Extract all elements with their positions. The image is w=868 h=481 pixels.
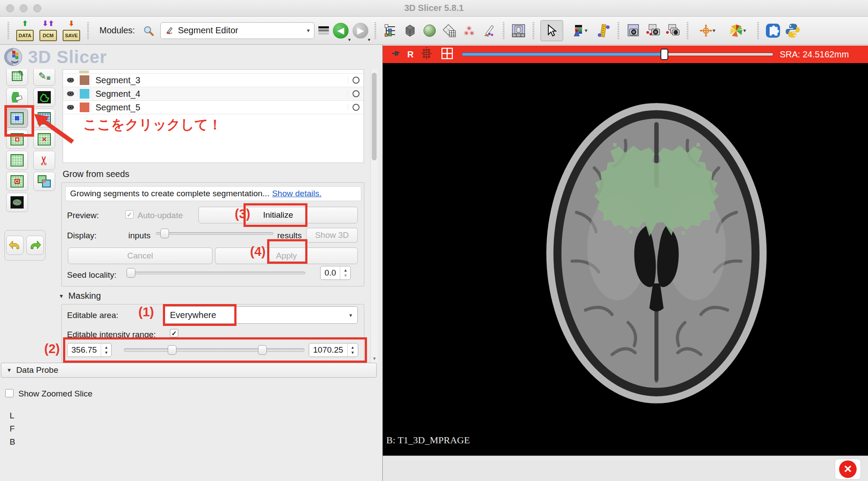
subject-hierarchy-icon[interactable] [382, 23, 398, 39]
segment-color-swatch[interactable] [80, 75, 89, 85]
masking-section-header[interactable]: ▼ Masking [59, 291, 101, 301]
masking-expander-icon[interactable]: ▼ [59, 293, 64, 299]
seed-locality-spinbox[interactable]: 0.0 ▲▼ [320, 266, 351, 280]
scene-view-icon[interactable] [645, 23, 661, 39]
logical-operators-effect-button[interactable] [33, 172, 55, 191]
window-level-icon [572, 24, 585, 37]
segment-status-icon[interactable] [353, 77, 360, 84]
toolbar-grip[interactable] [503, 22, 505, 39]
data-probe-header[interactable]: ▼ Data Probe [1, 363, 377, 378]
quad-view-icon[interactable] [441, 48, 453, 61]
slicer-logo-icon [4, 47, 23, 67]
table-row[interactable]: Segment_3 [63, 74, 363, 87]
segment-status-icon[interactable] [353, 90, 360, 97]
toolbar-grip[interactable] [687, 22, 688, 39]
toolbar-grip[interactable] [7, 22, 9, 39]
ruler-icon[interactable] [596, 23, 611, 39]
pushpin-icon[interactable] [391, 49, 400, 60]
slice-visibility-icon[interactable] [421, 47, 432, 61]
extensions-manager-icon[interactable] [765, 23, 781, 39]
show-3d-button[interactable]: Show 3D [306, 228, 358, 243]
transforms-icon[interactable] [441, 23, 457, 39]
volume-rendering-icon[interactable] [402, 23, 418, 39]
table-row[interactable]: Segment_4 [63, 87, 363, 101]
segment-name[interactable]: Segment_3 [91, 75, 348, 85]
seed-locality-slider[interactable] [127, 268, 305, 278]
mask-volume-effect-button[interactable] [6, 193, 28, 212]
slice-intersections-button[interactable]: ▾ [724, 23, 751, 39]
scene-capture-icon[interactable] [665, 23, 681, 39]
segment-name[interactable]: Segment_4 [91, 89, 348, 99]
crosshair-button[interactable]: ▾ [695, 23, 720, 39]
segment-color-swatch[interactable] [80, 103, 89, 112]
segment-name[interactable]: Segment_5 [91, 103, 348, 113]
screenshot-icon[interactable] [625, 23, 641, 39]
scrollbar-down-arrow[interactable]: ▼ [371, 355, 378, 362]
toolbar-grip[interactable] [617, 22, 619, 39]
save-icon: SAVE [63, 30, 80, 41]
level-tracing-effect-button[interactable] [33, 88, 55, 107]
window-level-button[interactable]: ▾ [567, 23, 592, 39]
inputs-label: inputs [128, 231, 151, 240]
redo-button[interactable] [26, 236, 44, 255]
seed-locality-value[interactable]: 0.0 [321, 266, 340, 279]
slicer-window: 3D Slicer 5.8.1 ⬆ DATA ⬇⬆ DCM ⬇ SAVE Mod… [0, 0, 868, 481]
islands-effect-button[interactable] [6, 172, 28, 191]
logical-operators-effect-icon [37, 175, 51, 188]
visibility-eye-icon[interactable] [63, 104, 78, 110]
save-button[interactable]: ⬇ SAVE [62, 20, 81, 41]
python-console-icon[interactable] [785, 23, 801, 39]
visibility-eye-icon[interactable] [63, 77, 78, 83]
scissors-effect-button[interactable]: ✂ [33, 151, 55, 170]
module-selector-combobox[interactable]: Segment Editor ▾ [160, 22, 314, 39]
toolbar-grip[interactable] [757, 22, 759, 39]
data-probe-title: Data Probe [16, 365, 58, 375]
module-search-icon[interactable] [141, 23, 156, 39]
mouse-interaction-button[interactable] [540, 20, 563, 41]
layout-selector-icon[interactable] [511, 23, 526, 39]
draw-effect-button[interactable]: ✎▦ [33, 69, 55, 86]
window-title: 3D Slicer 5.8.1 [0, 3, 868, 13]
load-data-button[interactable]: ⬆ DATA [15, 20, 35, 41]
mri-axial-slice [540, 97, 773, 408]
panel-scrollbar[interactable]: ▼ [370, 69, 378, 363]
spin-up-icon[interactable]: ▲ [343, 268, 347, 272]
chevron-down-icon: ▾ [743, 27, 746, 34]
paint-effect-button[interactable]: ✎ [6, 69, 28, 86]
annotations-icon[interactable] [481, 23, 497, 39]
visibility-eye-icon[interactable] [63, 91, 78, 97]
module-back-button[interactable]: ◀▾ [333, 23, 349, 39]
toolbar-grip[interactable] [533, 22, 534, 39]
toolbar-grip[interactable] [87, 22, 89, 39]
show-zoomed-slice-checkbox[interactable] [5, 389, 14, 397]
display-slider-handle[interactable] [160, 229, 169, 238]
models-icon[interactable] [422, 23, 438, 39]
markups-icon[interactable]: ✳✳✳ [461, 23, 477, 39]
seed-locality-slider-handle[interactable] [127, 268, 135, 278]
erase-effect-icon [11, 91, 24, 103]
display-slider[interactable] [156, 228, 273, 239]
segment-color-swatch[interactable] [79, 71, 89, 74]
auto-update-checkbox[interactable]: ✓ [125, 210, 134, 219]
dicom-button[interactable]: ⬇⬆ DCM [39, 20, 58, 41]
data-probe-expander-icon[interactable]: ▼ [7, 367, 12, 373]
undo-button[interactable] [6, 236, 24, 255]
slice-offset-handle[interactable] [660, 49, 668, 60]
scrollbar-thumb[interactable] [372, 73, 377, 160]
segment-color-swatch[interactable] [80, 89, 89, 99]
show-details-link[interactable]: Show details. [272, 189, 321, 198]
slice-offset-slider[interactable] [462, 49, 773, 60]
segment-status-icon[interactable] [353, 104, 360, 111]
smoothing-effect-button[interactable] [6, 151, 28, 170]
erase-effect-button[interactable] [6, 88, 28, 107]
table-row-partial[interactable] [63, 70, 363, 74]
module-forward-button[interactable]: ▶▾ [353, 23, 368, 39]
intensity-range-checkbox[interactable]: ✓ [170, 329, 178, 337]
slice-canvas[interactable]: B: T1_3D_MPRAGE [383, 63, 868, 456]
table-row[interactable]: Segment_5 [63, 101, 363, 114]
spin-down-icon[interactable]: ▼ [343, 273, 347, 278]
cancel-button[interactable]: Cancel [68, 248, 212, 264]
module-history-button[interactable] [318, 20, 329, 41]
close-view-button[interactable]: ✕ [835, 459, 861, 480]
toolbar-grip[interactable] [374, 22, 376, 39]
